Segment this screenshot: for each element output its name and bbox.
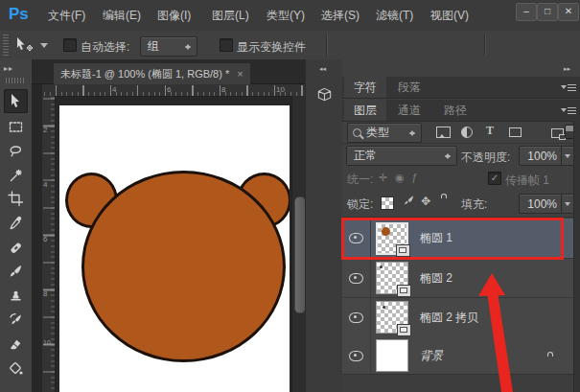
canvas-vertical-scrollbar[interactable] bbox=[291, 96, 305, 392]
paint-bucket-tool-button[interactable] bbox=[4, 357, 28, 381]
search-icon bbox=[353, 128, 361, 137]
unify-style-icon[interactable]: ƒ bbox=[411, 172, 417, 183]
menu-select[interactable]: 选择(S) bbox=[321, 8, 360, 24]
brush-tool-button[interactable] bbox=[4, 260, 28, 284]
menu-file[interactable]: 文件(F) bbox=[48, 8, 85, 24]
vertical-ruler[interactable]: 2 4 6 8 10 bbox=[42, 96, 56, 392]
layer-row-background[interactable]: 背景 bbox=[342, 336, 573, 376]
lock-transparency-icon[interactable] bbox=[381, 196, 394, 210]
panel-scrollbar-track[interactable] bbox=[573, 121, 580, 392]
tool-preset-arrow-icon[interactable] bbox=[40, 43, 48, 52]
tab-layers[interactable]: 图层 bbox=[344, 100, 386, 121]
auto-select-target-dropdown[interactable]: 组 bbox=[140, 36, 197, 57]
menu-view[interactable]: 视图(V) bbox=[430, 8, 469, 24]
unify-visibility-icon[interactable]: ◉ bbox=[395, 172, 405, 184]
layer-row-ellipse-2[interactable]: 椭圆 2 bbox=[342, 259, 573, 298]
filter-adjustment-layers-icon[interactable] bbox=[461, 127, 473, 138]
blend-mode-row: 正常 不透明度: 100% bbox=[342, 143, 580, 167]
move-tool-preset-icon[interactable] bbox=[14, 36, 35, 57]
visibility-toggle[interactable] bbox=[342, 336, 371, 375]
tab-close-icon[interactable]: × bbox=[237, 68, 243, 80]
ruler-number: 10 bbox=[43, 340, 49, 346]
visibility-toggle[interactable] bbox=[342, 298, 371, 336]
lasso-tool-button[interactable] bbox=[4, 140, 28, 164]
propagate-frame-checkbox[interactable]: ✓ bbox=[488, 172, 501, 185]
ruler-number: 8 bbox=[43, 289, 47, 298]
tab-channels[interactable]: 通道 bbox=[388, 100, 430, 121]
layers-panel-tabbar: 图层 通道 路径 bbox=[342, 100, 580, 122]
menu-layer[interactable]: 图层(L) bbox=[212, 8, 249, 24]
toolbar-grip[interactable] bbox=[6, 78, 25, 83]
close-button[interactable]: ✕ bbox=[558, 3, 579, 21]
character-panel-tabbar: 字符 段落 bbox=[342, 77, 580, 99]
dropdown-stepper-icon bbox=[407, 127, 417, 139]
magic-wand-tool-button[interactable] bbox=[4, 164, 28, 188]
clone-stamp-tool-button[interactable] bbox=[4, 284, 28, 308]
rectangular-marquee-tool-button[interactable] bbox=[4, 115, 28, 139]
scrollbar-thumb[interactable] bbox=[294, 196, 306, 313]
menu-image[interactable]: 图像(I) bbox=[157, 8, 191, 24]
spot-healing-brush-tool-button[interactable] bbox=[4, 236, 28, 260]
layer-name[interactable]: 椭圆 2 bbox=[420, 270, 452, 287]
panel-menu-icon[interactable] bbox=[561, 106, 576, 115]
lock-pixels-brush-icon[interactable] bbox=[402, 195, 415, 211]
menu-type[interactable]: 类型(Y) bbox=[267, 8, 305, 24]
filter-pixel-layers-icon[interactable] bbox=[436, 127, 451, 138]
opacity-field[interactable]: 100% bbox=[519, 146, 575, 166]
fill-value: 100% bbox=[520, 197, 561, 211]
minimize-button[interactable]: – bbox=[516, 3, 537, 21]
menu-bar: Ps 文件(F) 编辑(E) 图像(I) 图层(L) 类型(Y) 选择(S) 滤… bbox=[0, 0, 580, 32]
horizontal-ruler[interactable]: 4 6 8 10 bbox=[42, 84, 305, 97]
options-bar-grip[interactable] bbox=[3, 35, 9, 56]
document-tab-title: 未标题-1 @ 100% (椭圆 1, RGB/8) * bbox=[60, 67, 229, 81]
fill-field[interactable]: 100% bbox=[519, 194, 575, 214]
maximize-button[interactable]: □ bbox=[537, 3, 558, 21]
document-area: 未标题-1 @ 100% (椭圆 1, RGB/8) * × 4 6 8 10 … bbox=[32, 59, 305, 392]
tab-character[interactable]: 字符 bbox=[344, 77, 386, 98]
crop-tool-button[interactable] bbox=[4, 187, 28, 211]
move-tool-button[interactable] bbox=[4, 89, 28, 113]
dock-collapse-icon[interactable]: ◂◂ bbox=[319, 65, 326, 73]
layer-thumbnail[interactable] bbox=[376, 339, 408, 372]
layer-name[interactable]: 背景 bbox=[420, 348, 443, 364]
filter-smart-objects-icon[interactable] bbox=[551, 128, 564, 138]
menu-filter[interactable]: 滤镜(T) bbox=[376, 8, 413, 24]
lasso-tool-icon bbox=[8, 144, 24, 160]
show-transform-checkbox[interactable] bbox=[220, 38, 233, 52]
layer-row-ellipse-2-copy[interactable]: 椭圆 2 拷贝 bbox=[342, 298, 573, 337]
dropdown-arrow-icon[interactable] bbox=[561, 147, 574, 165]
eraser-tool-button[interactable] bbox=[4, 333, 28, 357]
tab-paragraph[interactable]: 段落 bbox=[388, 77, 430, 98]
annotation-highlight-rectangle bbox=[341, 218, 564, 260]
panel-menu-icon[interactable] bbox=[561, 83, 576, 92]
filter-type-layers-icon[interactable]: T bbox=[486, 124, 494, 138]
ruler-number: 6 bbox=[43, 235, 47, 243]
tab-paths[interactable]: 路径 bbox=[434, 100, 476, 121]
layer-list-footer bbox=[342, 374, 573, 392]
document-tab[interactable]: 未标题-1 @ 100% (椭圆 1, RGB/8) * × bbox=[53, 62, 251, 84]
menu-edit[interactable]: 编辑(E) bbox=[103, 8, 141, 24]
unify-position-icon[interactable]: ✛ bbox=[379, 172, 387, 184]
layer-name[interactable]: 椭圆 2 拷贝 bbox=[420, 310, 478, 326]
layer-thumbnail[interactable] bbox=[376, 262, 408, 294]
blend-mode-dropdown[interactable]: 正常 bbox=[346, 146, 457, 166]
filter-shape-layers-icon[interactable] bbox=[509, 127, 522, 137]
move-tool-icon bbox=[8, 93, 24, 109]
layer-thumbnail[interactable] bbox=[376, 301, 408, 334]
toolbar-expand-icon[interactable]: ▸▸ bbox=[4, 64, 13, 73]
auto-select-checkbox[interactable] bbox=[63, 38, 77, 52]
lock-row: 锁定: ✥ 填充: 100% bbox=[342, 190, 580, 218]
history-brush-tool-button[interactable] bbox=[4, 308, 28, 332]
eye-icon bbox=[349, 312, 363, 323]
clone-stamp-tool-icon bbox=[8, 288, 24, 304]
eyedropper-tool-button[interactable] bbox=[4, 211, 28, 235]
dropdown-arrow-icon[interactable] bbox=[561, 195, 574, 213]
visibility-toggle[interactable] bbox=[342, 259, 371, 297]
filter-kind-dropdown[interactable]: 类型 bbox=[347, 123, 422, 143]
paint-bucket-tool-icon bbox=[8, 361, 24, 378]
opacity-label: 不透明度: bbox=[461, 150, 510, 166]
lock-position-icon[interactable]: ✥ bbox=[421, 195, 430, 208]
canvas[interactable] bbox=[59, 105, 290, 392]
3d-panel-icon[interactable] bbox=[312, 82, 337, 107]
dock-expand-icon[interactable]: ▸▸ bbox=[564, 65, 570, 73]
